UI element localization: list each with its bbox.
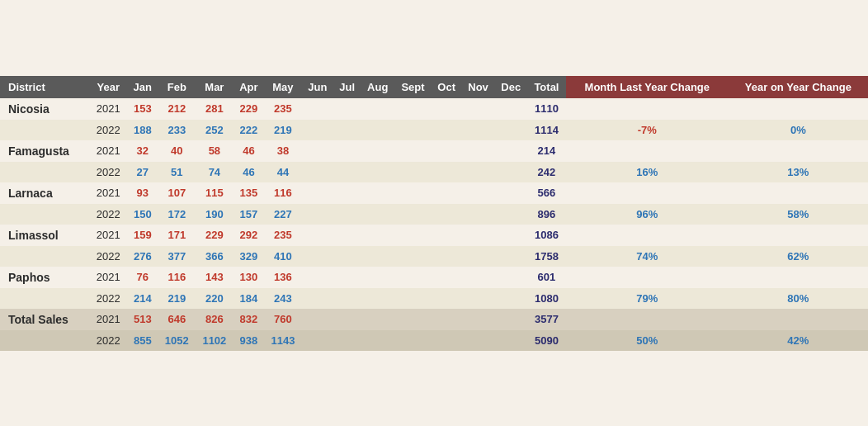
total-2021: 1110 [527,98,566,120]
col-district: District [0,76,89,98]
yoy-2022: 62% [729,246,868,267]
cell-2021-1: 646 [158,309,196,330]
cell-2021-0: 32 [127,140,158,162]
cell-2021-4: 235 [264,225,302,246]
cell-2022-10 [461,288,494,309]
cell-2022-3: 157 [234,204,265,225]
cell-2021-10 [461,225,494,246]
cell-2022-2: 220 [196,288,234,309]
total-2022: 242 [527,162,566,182]
cell-2021-3: 130 [234,267,265,288]
yoy-2022: 13% [729,162,868,182]
cell-2021-0: 159 [127,225,158,246]
cell-2021-0: 153 [127,98,158,120]
col-year: Year [89,76,127,98]
cell-2021-4: 38 [264,140,302,162]
year-label-2022: 2022 [89,330,127,351]
cell-2021-7 [361,309,394,330]
total-2021: 214 [527,140,566,162]
year-label-2022: 2022 [89,162,127,182]
year-label-2022: 2022 [89,120,127,140]
mlc-2022: 16% [566,162,729,182]
cell-2022-10 [461,330,494,351]
col-feb: Feb [158,76,196,98]
cell-2021-0: 93 [127,182,158,204]
cell-2022-11 [495,288,527,309]
cell-2022-5 [302,288,333,309]
district-label-2022 [0,246,89,267]
cell-2021-10 [461,140,494,162]
cell-2022-3: 329 [234,246,265,267]
total-2022: 1758 [527,246,566,267]
cell-2022-6 [333,120,361,140]
cell-2021-10 [461,267,494,288]
cell-2021-9 [432,225,462,246]
yoy-2021 [729,225,868,246]
cell-2022-3: 222 [234,120,265,140]
district-label-2022 [0,330,89,351]
district-label: Famagusta [0,140,89,162]
cell-2022-4: 44 [264,162,302,182]
cell-2022-1: 51 [158,162,196,182]
cell-2021-8 [394,225,432,246]
cell-2021-5 [302,140,333,162]
yoy-2022: 80% [729,288,868,309]
col-apr: Apr [234,76,265,98]
cell-2022-5 [302,204,333,225]
cell-2021-2: 143 [196,267,234,288]
total-2021: 601 [527,267,566,288]
cell-2021-4: 136 [264,267,302,288]
cell-2022-0: 27 [127,162,158,182]
cell-2021-11 [495,182,527,204]
cell-2022-7 [361,204,394,225]
cell-2021-7 [361,225,394,246]
col-jul: Jul [333,76,361,98]
col-nov: Nov [461,76,494,98]
cell-2021-7 [361,182,394,204]
table-row: Paphos 2021 76116143130136 601 [0,267,868,288]
col-jan: Jan [127,76,158,98]
cell-2021-1: 116 [158,267,196,288]
cell-2022-7 [361,246,394,267]
cell-2022-5 [302,120,333,140]
cell-2021-0: 76 [127,267,158,288]
cell-2021-8 [394,309,432,330]
cell-2021-6 [333,267,361,288]
cell-2022-1: 1052 [158,330,196,351]
table-row: 2022 276377366329410 1758 74% 62% [0,246,868,267]
cell-2022-2: 190 [196,204,234,225]
cell-2021-4: 760 [264,309,302,330]
mlc-2021 [566,98,729,120]
mlc-2021 [566,182,729,204]
cell-2022-0: 214 [127,288,158,309]
cell-2022-6 [333,162,361,182]
cell-2022-7 [361,330,394,351]
cell-2021-7 [361,267,394,288]
cell-2021-1: 40 [158,140,196,162]
cell-2022-11 [495,330,527,351]
cell-2021-5 [302,267,333,288]
district-label-2022 [0,120,89,140]
cell-2022-3: 938 [234,330,265,351]
district-label-2022 [0,288,89,309]
cell-2022-0: 855 [127,330,158,351]
district-label: Limassol [0,225,89,246]
cell-2022-9 [432,120,462,140]
cell-2021-3: 229 [234,98,265,120]
mlc-2021 [566,309,729,330]
yoy-2021 [729,309,868,330]
year-label-2022: 2022 [89,288,127,309]
district-label-2022 [0,162,89,182]
cell-2022-2: 252 [196,120,234,140]
cell-2022-1: 377 [158,246,196,267]
yoy-2022: 0% [729,120,868,140]
cell-2022-6 [333,204,361,225]
col-dec: Dec [495,76,527,98]
cell-2022-6 [333,330,361,351]
cell-2022-8 [394,288,432,309]
cell-2021-3: 832 [234,309,265,330]
cell-2022-10 [461,204,494,225]
cell-2021-8 [394,267,432,288]
cell-2022-10 [461,120,494,140]
cell-2021-5 [302,225,333,246]
